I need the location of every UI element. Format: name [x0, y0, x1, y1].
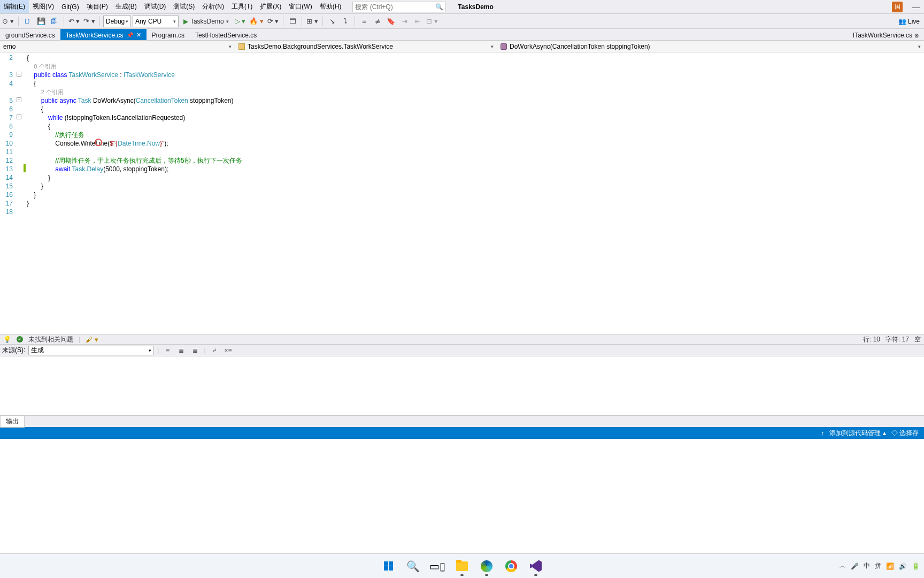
nav-project[interactable]: emo▾: [0, 41, 235, 52]
class-icon: [238, 43, 245, 50]
output-toolbar: 来源(S): 生成▾ | ≡ ≣ ≣ | ⤶ ×≡: [0, 345, 924, 356]
start-button[interactable]: [378, 556, 399, 577]
menu-item[interactable]: Git(G): [58, 0, 83, 13]
browse-button[interactable]: 🗔: [287, 16, 298, 27]
nav-back-button[interactable]: ⊙ ▾: [1, 16, 15, 27]
platform-combo[interactable]: Any CPU▾: [133, 16, 179, 27]
output-clear-all[interactable]: ×≡: [223, 346, 234, 355]
user-badge[interactable]: 国: [892, 2, 903, 12]
lightbulb-icon[interactable]: 💡: [3, 336, 11, 343]
minimize-button[interactable]: —: [908, 3, 924, 11]
navigator-bar: emo▾ TasksDemo.BackgroundServices.TaskWo…: [0, 41, 924, 52]
file-explorer[interactable]: [451, 556, 473, 577]
document-tab[interactable]: Program.cs: [147, 29, 190, 40]
output-tab[interactable]: 输出: [0, 415, 25, 428]
document-tab[interactable]: TaskWorkService.cs📌✕: [60, 29, 147, 40]
nav-type[interactable]: TasksDemo.BackgroundServices.TaskWorkSer…: [235, 41, 497, 52]
document-tabs: groundService.csTaskWorkService.cs📌✕Prog…: [0, 29, 924, 41]
search-input[interactable]: [355, 3, 435, 11]
new-file-button[interactable]: 🗋: [22, 16, 34, 27]
refresh-button[interactable]: ⟳ ▾: [266, 16, 280, 27]
comment-button[interactable]: ≡: [358, 16, 370, 27]
edge-browser[interactable]: [476, 556, 497, 577]
menu-item[interactable]: 工具(T): [228, 0, 256, 13]
menu-items: 编辑(E)视图(V)Git(G)项目(P)生成(B)调试(D)测试(S)分析(N…: [0, 0, 345, 13]
volume-icon[interactable]: 🔊: [899, 562, 907, 570]
output-body[interactable]: [0, 356, 924, 415]
menu-item[interactable]: 调试(D): [141, 0, 170, 13]
chrome-browser[interactable]: [500, 556, 522, 577]
task-view[interactable]: ▭▯: [427, 556, 448, 577]
mic-icon[interactable]: 🎤: [851, 562, 859, 570]
ime-lang[interactable]: 中: [864, 561, 870, 571]
close-icon[interactable]: ✕: [136, 32, 141, 39]
menu-item[interactable]: 扩展(X): [256, 0, 285, 13]
code-editor[interactable]: 23456789101112131415161718 −−− { 0 个引用 p…: [0, 52, 924, 334]
nav-member[interactable]: DoWorkAsync(CancellationToken stoppingTo…: [497, 41, 924, 52]
menu-item[interactable]: 分析(N): [198, 0, 228, 13]
step-into-button[interactable]: ↘: [326, 16, 338, 27]
line-indicator[interactable]: 行: 10: [863, 335, 880, 344]
visual-studio[interactable]: [525, 556, 546, 577]
tray-chevron-icon[interactable]: ︿: [840, 561, 846, 571]
fold-toggle[interactable]: −: [17, 97, 21, 102]
vs-status-bar: ↑ 添加到源代码管理 ▴ ◇ 选择存: [0, 427, 924, 439]
toolbar: ⊙ ▾ 🗋 💾 🗐 ↶ ▾ ↷ ▾ Debug▾ Any CPU▾ ▶Tasks…: [0, 14, 924, 29]
ime-mode[interactable]: 拼: [875, 561, 881, 571]
step-over-button[interactable]: ⤵: [340, 16, 351, 27]
encoding-indicator[interactable]: 空: [914, 335, 921, 344]
menu-item[interactable]: 窗口(W): [285, 0, 315, 13]
code-content[interactable]: { 0 个引用 public class TaskWorkService : I…: [27, 52, 924, 334]
outdent-button[interactable]: ⇤: [412, 16, 424, 27]
save-button[interactable]: 💾: [35, 16, 47, 27]
wifi-icon[interactable]: 📶: [886, 562, 894, 570]
undo-button[interactable]: ↶ ▾: [67, 16, 81, 27]
live-share-button[interactable]: 👥Live: [895, 18, 923, 25]
line-numbers: 23456789101112131415161718: [0, 52, 16, 334]
document-tab[interactable]: groundService.cs: [0, 29, 60, 40]
search-box[interactable]: 🔍: [352, 2, 446, 12]
menu-item[interactable]: 测试(S): [170, 0, 198, 13]
start-debug-button[interactable]: ▶TasksDemo▾: [180, 16, 232, 27]
char-indicator[interactable]: 字符: 17: [886, 335, 909, 344]
pin-icon: 📌: [127, 32, 133, 38]
preview-tab[interactable]: ITaskWorkService.cs⊗: [848, 31, 924, 40]
system-tray: ︿ 🎤 中 拼 📶 🔊 🔋: [840, 561, 920, 571]
menu-item[interactable]: 项目(P): [83, 0, 112, 13]
hot-reload-button[interactable]: 🔥 ▾: [248, 16, 265, 27]
layout-button[interactable]: ⊞ ▾: [305, 16, 319, 27]
issues-ok-icon: ✓: [17, 336, 23, 343]
bookmark-button[interactable]: 🔖: [385, 16, 397, 27]
output-source-label: 来源(S):: [2, 346, 25, 355]
save-all-button[interactable]: 🗐: [49, 16, 60, 27]
fold-column[interactable]: −−−: [16, 52, 24, 334]
format-button[interactable]: ⊡ ▾: [425, 16, 439, 27]
fold-toggle[interactable]: −: [17, 115, 21, 119]
battery-icon[interactable]: 🔋: [912, 562, 920, 570]
menu-item[interactable]: 视图(V): [29, 0, 58, 13]
output-wordwrap[interactable]: ⤶: [209, 346, 220, 355]
menu-item[interactable]: 生成(B): [112, 0, 141, 13]
output-source-combo[interactable]: 生成▾: [28, 346, 154, 355]
windows-taskbar: 🔍 ▭▯ ︿ 🎤 中 拼 📶 🔊 🔋: [0, 553, 924, 578]
menu-bar: 编辑(E)视图(V)Git(G)项目(P)生成(B)调试(D)测试(S)分析(N…: [0, 0, 924, 14]
config-combo[interactable]: Debug▾: [103, 16, 131, 27]
start-without-debug-button[interactable]: ▷ ▾: [234, 16, 247, 27]
redo-button[interactable]: ↷ ▾: [82, 16, 96, 27]
document-tab[interactable]: TestHostedService.cs: [190, 29, 262, 40]
search-icon: 🔍: [435, 3, 443, 11]
cleanup-icon[interactable]: 🖌 ▾: [86, 336, 98, 344]
output-clear[interactable]: ≣: [190, 346, 201, 355]
menu-item[interactable]: 帮助(H): [316, 0, 345, 13]
scm-button[interactable]: 添加到源代码管理 ▴: [829, 429, 886, 438]
menu-item[interactable]: 编辑(E): [0, 0, 29, 13]
issues-text: 未找到相关问题: [28, 335, 73, 344]
output-goto-prev[interactable]: ≡: [162, 346, 173, 355]
uncomment-button[interactable]: ≢: [372, 16, 383, 27]
indent-button[interactable]: ⇥: [398, 16, 410, 27]
output-goto-next[interactable]: ≣: [176, 346, 187, 355]
fold-toggle[interactable]: −: [17, 72, 21, 77]
taskbar-search[interactable]: 🔍: [402, 556, 424, 577]
pin-icon: ⊗: [914, 33, 919, 39]
repo-select-button[interactable]: ◇ 选择存: [891, 429, 919, 438]
